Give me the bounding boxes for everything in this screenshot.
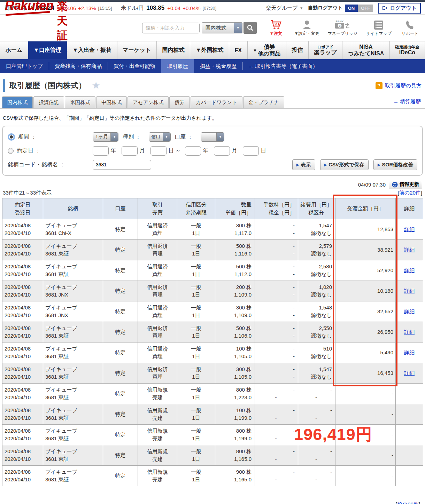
- from-day-input[interactable]: [150, 146, 167, 156]
- detail-link[interactable]: 詳細: [404, 226, 415, 232]
- cell-margin: 一般1日: [177, 260, 215, 281]
- detail-link[interactable]: 詳細: [404, 349, 415, 355]
- tab-2[interactable]: 米国株式: [65, 96, 95, 108]
- subnav-item-1[interactable]: 資産残高・保有商品: [49, 59, 108, 73]
- tab-0[interactable]: 国内株式: [2, 96, 33, 108]
- nav-item-10[interactable]: NISAつみたてNISA: [342, 41, 390, 59]
- tab-3[interactable]: 中国株式: [96, 96, 127, 108]
- nav-item-8[interactable]: 投信: [286, 41, 309, 59]
- rakuten-group-selector[interactable]: 楽天グループ ▼: [266, 5, 303, 11]
- nav-item-9[interactable]: ロボアド楽ラップ: [309, 41, 342, 59]
- subnav-item-3[interactable]: 取引履歴: [161, 59, 194, 73]
- to-year-input[interactable]: [185, 146, 201, 156]
- to-month-input[interactable]: [214, 146, 230, 156]
- nav-item-0[interactable]: ホーム: [0, 41, 28, 59]
- subnav-item-4[interactable]: 損益・税金履歴: [194, 59, 242, 73]
- table-row: 2020/04/082020/04/10ブイキューブ3681 東証特定信用返済買…: [2, 342, 423, 363]
- tab-7[interactable]: 金・プラチナ: [243, 96, 284, 108]
- nav-item-1[interactable]: ▼口座管理: [28, 41, 67, 59]
- detail-link[interactable]: 詳細: [404, 288, 415, 294]
- logout-label: ログアウト: [390, 5, 417, 11]
- detail-link[interactable]: 詳細: [404, 370, 415, 376]
- support-button[interactable]: サポート: [400, 20, 420, 37]
- refresh-button[interactable]: 情報更新: [389, 180, 422, 189]
- sitemap-button[interactable]: サイトマップ: [366, 20, 392, 37]
- cell-margin-text: 一般: [179, 386, 213, 394]
- nav-item-line2: 楽ラップ: [314, 49, 337, 56]
- account-select[interactable]: ▼: [201, 132, 224, 142]
- col-header-line1: 手数料［円］: [257, 201, 295, 209]
- cell-account: 特定: [103, 342, 138, 363]
- cell-cost-text: -: [300, 448, 332, 456]
- auto-logout-off[interactable]: OFF: [358, 5, 373, 12]
- cell-qty: 500 株1,112.0: [215, 260, 255, 281]
- nav-item-5[interactable]: ▼外国株式: [190, 41, 229, 59]
- result-count: 33件中21～33件表示: [3, 190, 52, 196]
- tab-4[interactable]: アセアン株式: [128, 96, 169, 108]
- stock-code-label: 銘柄コード・銘柄名 ：: [8, 161, 65, 168]
- detail-link[interactable]: 詳細: [404, 267, 415, 273]
- cell-qty-text: 1,165.0: [217, 476, 252, 484]
- nav-item-4[interactable]: 国内株式: [157, 41, 190, 59]
- detail-link[interactable]: 詳細: [404, 247, 415, 253]
- cell-amount: -: [335, 404, 396, 425]
- cell-qty-text: 100 株: [217, 407, 252, 415]
- help-icon[interactable]: ?: [376, 82, 382, 89]
- auto-logout-on[interactable]: ON: [345, 5, 358, 12]
- order-cart-button[interactable]: ▼注文: [266, 20, 286, 37]
- table-header: 約定日受渡日銘柄口座取引売買信用区分弁済期限数量単価［円］手数料［円］税金［円］…: [2, 198, 423, 219]
- nav-item-7[interactable]: ▼債券他の商品: [248, 41, 286, 59]
- settlement-history-link[interactable]: → 精算履歴: [393, 99, 421, 108]
- sor-price-button[interactable]: ▶SOR価格改善: [373, 159, 417, 170]
- auto-logout-toggle[interactable]: ON OFF: [345, 5, 373, 12]
- detail-link[interactable]: 詳細: [404, 308, 415, 314]
- moneybridge-button[interactable]: BANK ¥ マネーブリッジ: [328, 19, 358, 37]
- type-select[interactable]: 信用 ▼: [149, 132, 171, 142]
- tab-6[interactable]: カバードワラント: [191, 96, 242, 108]
- table-row: 2020/04/082020/04/10ブイキューブ3681 東証特定信用新規売…: [2, 425, 423, 445]
- cell-fee: --: [255, 404, 298, 425]
- search-input[interactable]: [142, 23, 200, 33]
- col-header-line1: 口座: [105, 205, 136, 213]
- period-value: 1ヶ月: [93, 133, 110, 141]
- subnav-item-0[interactable]: 口座管理トップ: [0, 59, 49, 73]
- detail-link[interactable]: 詳細: [404, 329, 415, 335]
- cell-qty-text: 300 株: [217, 365, 252, 373]
- nav-item-11[interactable]: 確定拠出年金iDeCo: [390, 41, 425, 59]
- period-radio[interactable]: [8, 133, 15, 141]
- prev-20-link-bottom[interactable]: 前の20件: [397, 501, 419, 504]
- to-day-input[interactable]: [243, 146, 259, 156]
- tab-5[interactable]: 債券: [169, 96, 190, 108]
- subnav-item-2[interactable]: 買付・出金可能額: [108, 59, 161, 73]
- cell-stock: ブイキューブ3681 JNX: [43, 281, 103, 301]
- cell-fee-text: -: [257, 435, 295, 443]
- cell-dates-text: 2020/04/08: [5, 283, 41, 291]
- show-button[interactable]: ▶表示: [292, 159, 315, 170]
- from-month-input[interactable]: [122, 146, 138, 156]
- favorite-star-icon[interactable]: ★: [92, 81, 100, 90]
- search-category-select[interactable]: 国内株式 ▼: [202, 22, 242, 33]
- cell-margin-text: 1日: [179, 270, 213, 278]
- trade-date-radio[interactable]: [8, 148, 14, 154]
- stock-code-input[interactable]: [93, 160, 151, 170]
- period-select[interactable]: 1ヶ月 ▼: [93, 132, 118, 142]
- logout-button[interactable]: ログアウト: [378, 3, 421, 14]
- nav-item-6[interactable]: FX: [229, 41, 248, 59]
- tab-1[interactable]: 投資信託: [33, 96, 64, 108]
- from-year-input[interactable]: [93, 146, 109, 156]
- settings-button[interactable]: ▼設定・変更: [294, 20, 319, 37]
- cell-stock-text: 3681 JNX: [45, 291, 101, 299]
- nav-item-3[interactable]: マーケット: [117, 41, 157, 59]
- subnav-item-5[interactable]: → 取引報告書等（電子書面）: [242, 59, 324, 73]
- cell-detail: 詳細: [396, 363, 423, 384]
- prev-20-link[interactable]: 前の20件: [399, 190, 421, 196]
- nav-item-2[interactable]: ▼入出金・振替: [67, 41, 117, 59]
- csv-save-button[interactable]: ▶CSV形式で保存: [320, 159, 369, 170]
- help-link[interactable]: 取引履歴の見方: [385, 82, 422, 89]
- cell-fee-text: -: [257, 427, 295, 435]
- cell-cost-text: -: [300, 407, 332, 415]
- nav-item-line2: 他の商品: [258, 50, 280, 57]
- search-button[interactable]: [244, 22, 257, 34]
- cell-qty: 300 株1,109.0: [215, 301, 255, 322]
- col-header-line1: 取引: [140, 201, 175, 209]
